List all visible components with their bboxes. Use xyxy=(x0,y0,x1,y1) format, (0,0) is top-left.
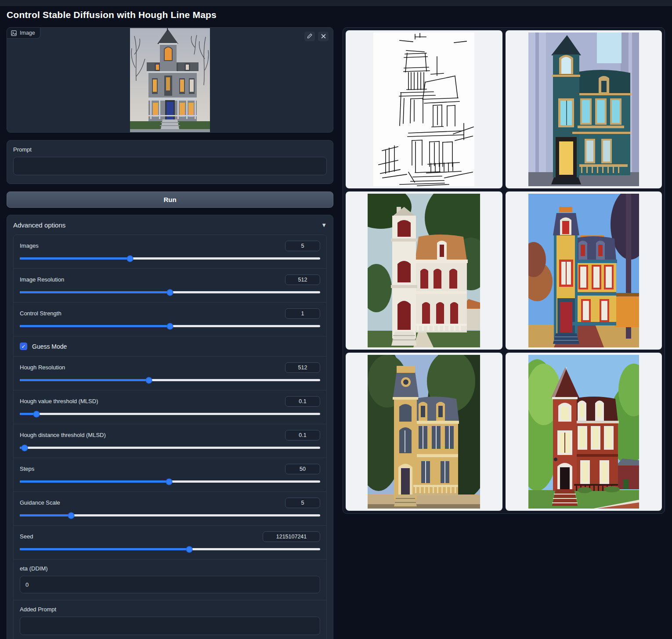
generated-image-5 xyxy=(368,355,480,509)
gallery-item-6[interactable] xyxy=(506,353,662,511)
added-prompt-input[interactable] xyxy=(20,617,320,635)
gallery-item-3[interactable] xyxy=(346,191,502,350)
slider-thumb[interactable] xyxy=(68,512,74,519)
run-button[interactable]: Run xyxy=(7,191,333,208)
clear-image-button[interactable] xyxy=(318,32,329,41)
generated-image-4 xyxy=(528,194,639,347)
slider-label: Hough distance threshold (MLSD) xyxy=(20,430,106,438)
slider-value-input[interactable]: 5 xyxy=(285,498,320,508)
slider-label: Control Strength xyxy=(20,308,61,317)
slider-label: Hough Resolution xyxy=(20,362,65,371)
slider-label: Steps xyxy=(20,464,34,472)
slider-row-steps: Steps 50 xyxy=(14,458,326,491)
image-upload-component[interactable]: Image xyxy=(7,27,333,133)
hough-line-map-image xyxy=(373,32,474,186)
slider-row-seed: Seed 1215107241 xyxy=(14,525,326,559)
slider-value-input[interactable]: 1 xyxy=(285,308,320,319)
results-column xyxy=(343,27,665,514)
generated-image-3 xyxy=(368,194,480,347)
slider-row-control-strength: Control Strength 1 xyxy=(14,302,326,336)
slider-value-input[interactable]: 0.1 xyxy=(285,430,320,440)
slider-value-input[interactable]: 512 xyxy=(285,362,320,373)
guess-mode-row: ✓ Guess Mode xyxy=(14,336,326,356)
advanced-options-form: Images 5 Image Resolution 512 xyxy=(13,235,327,639)
chevron-down-icon: ▼ xyxy=(321,222,327,228)
slider-thumb[interactable] xyxy=(167,289,173,296)
slider-thumb[interactable] xyxy=(127,255,134,262)
slider-label: Image Resolution xyxy=(20,274,64,283)
hough-value-threshold-slider[interactable] xyxy=(20,411,320,417)
slider-row-image-resolution: Image Resolution 512 xyxy=(14,268,326,302)
image-component-label: Image xyxy=(20,30,35,36)
slider-label: Images xyxy=(20,241,39,249)
controls-column: Image xyxy=(7,27,333,639)
slider-label: Hough value threshold (MLSD) xyxy=(20,396,98,404)
advanced-options-panel: Advanced options ▼ Images 5 xyxy=(7,215,333,639)
edit-image-button[interactable] xyxy=(304,32,315,41)
prompt-input[interactable] xyxy=(13,157,327,175)
window-top-strip xyxy=(0,0,672,6)
steps-slider[interactable] xyxy=(20,478,320,485)
advanced-options-header[interactable]: Advanced options ▼ xyxy=(13,221,327,229)
gallery-item-2[interactable] xyxy=(506,30,662,188)
uploaded-image-preview[interactable] xyxy=(130,28,210,133)
slider-value-input[interactable]: 5 xyxy=(285,241,320,251)
slider-row-hough-value-threshold: Hough value threshold (MLSD) 0.1 xyxy=(14,390,326,424)
slider-row-hough-resolution: Hough Resolution 512 xyxy=(14,356,326,390)
eta-input[interactable]: 0 xyxy=(20,576,320,593)
gallery-item-5[interactable] xyxy=(346,353,502,511)
slider-value-input[interactable]: 50 xyxy=(285,464,320,474)
page-title: Control Stable Diffusion with Hough Line… xyxy=(7,10,665,20)
added-prompt-row: Added Prompt xyxy=(14,600,326,639)
seed-value-input[interactable]: 1215107241 xyxy=(263,531,320,542)
slider-row-hough-distance-threshold: Hough distance threshold (MLSD) 0.1 xyxy=(14,424,326,458)
images-slider[interactable] xyxy=(20,255,320,262)
slider-row-guidance-scale: Guidance Scale 5 xyxy=(14,491,326,525)
check-icon: ✓ xyxy=(21,344,25,349)
output-gallery xyxy=(343,27,665,514)
pencil-icon xyxy=(307,33,312,40)
guidance-scale-slider[interactable] xyxy=(20,512,320,519)
advanced-options-title: Advanced options xyxy=(13,221,65,229)
image-icon xyxy=(11,30,17,36)
image-resolution-slider[interactable] xyxy=(20,289,320,296)
seed-slider[interactable] xyxy=(20,546,320,552)
generated-image-2 xyxy=(528,32,639,186)
slider-thumb[interactable] xyxy=(186,546,193,552)
slider-row-images: Images 5 xyxy=(14,235,326,268)
gallery-item-4[interactable] xyxy=(506,191,662,350)
uploaded-image xyxy=(130,28,210,133)
prompt-panel: Prompt xyxy=(7,140,333,184)
slider-value-input[interactable]: 512 xyxy=(285,274,320,285)
hough-resolution-slider[interactable] xyxy=(20,377,320,383)
slider-thumb[interactable] xyxy=(167,323,173,329)
slider-thumb[interactable] xyxy=(166,478,172,485)
slider-label: Guidance Scale xyxy=(20,498,60,506)
slider-value-input[interactable]: 0.1 xyxy=(285,396,320,407)
x-icon xyxy=(321,33,326,40)
slider-thumb[interactable] xyxy=(33,411,40,417)
eta-label: eta (DDIM) xyxy=(20,565,320,572)
prompt-label: Prompt xyxy=(13,146,327,153)
generated-image-6 xyxy=(528,355,639,509)
eta-row: eta (DDIM) 0 xyxy=(14,559,326,600)
hough-distance-threshold-slider[interactable] xyxy=(20,444,320,451)
slider-thumb[interactable] xyxy=(146,377,152,383)
added-prompt-label: Added Prompt xyxy=(20,606,320,613)
slider-thumb[interactable] xyxy=(21,444,28,451)
image-component-badge: Image xyxy=(7,28,40,39)
app-container: Control Stable Diffusion with Hough Line… xyxy=(0,6,672,639)
guess-mode-checkbox[interactable]: ✓ xyxy=(20,343,27,350)
control-strength-slider[interactable] xyxy=(20,323,320,329)
slider-label: Seed xyxy=(20,531,33,540)
gallery-item-1[interactable] xyxy=(346,30,502,188)
guess-mode-label: Guess Mode xyxy=(32,343,67,350)
